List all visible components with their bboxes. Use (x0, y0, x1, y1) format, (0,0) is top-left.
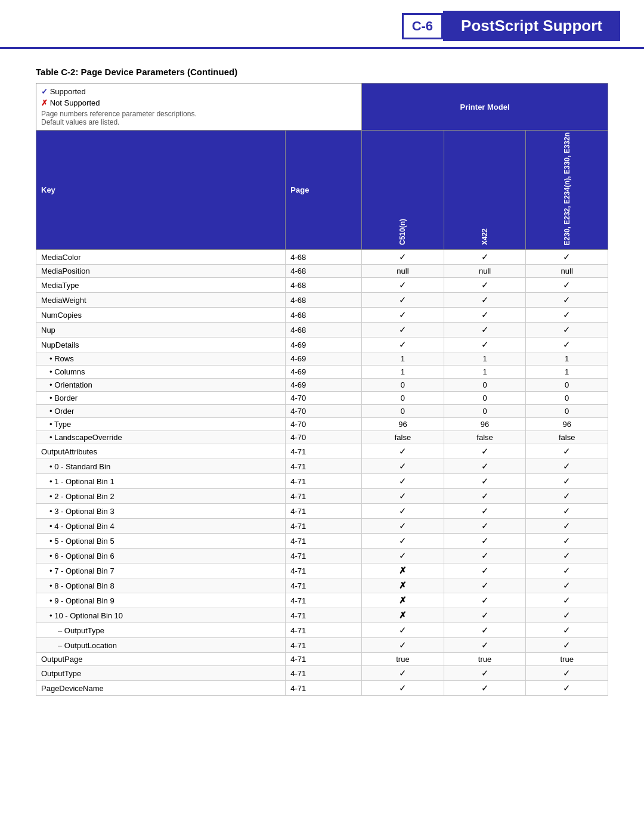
col-header-e230: E230, E232, E234(n), E330, E332n (526, 131, 608, 250)
row-value-x422: ✓ (444, 666, 526, 681)
row-value-c510n: ✓ (362, 681, 444, 696)
row-page: 4-71 (286, 534, 362, 549)
table-row: PageDeviceName4-71✓✓✓ (36, 681, 608, 696)
row-value-c510n: ✓ (362, 519, 444, 534)
row-value-e230: ✓ (526, 444, 608, 459)
table-row: • 7 - Optional Bin 74-71✗✓✓ (36, 563, 608, 578)
table-row: NupDetails4-69✓✓✓ (36, 337, 608, 352)
row-value-x422: ✓ (444, 308, 526, 323)
row-key: • 9 - Optional Bin 9 (36, 593, 286, 608)
row-value-x422: ✓ (444, 681, 526, 696)
row-value-e230: ✓ (526, 623, 608, 638)
table-row: NumCopies4-68✓✓✓ (36, 308, 608, 323)
row-value-e230: ✓ (526, 549, 608, 563)
row-value-e230: 0 (526, 392, 608, 405)
table-body: MediaColor4-68✓✓✓MediaPosition4-68nullnu… (36, 250, 608, 696)
row-page: 4-71 (286, 638, 362, 653)
row-value-x422: 1 (444, 352, 526, 366)
row-value-e230: false (526, 431, 608, 444)
table-row: OutputPage4-71truetruetrue (36, 653, 608, 666)
row-key: OutputPage (36, 653, 286, 666)
row-key: – OutputLocation (36, 638, 286, 653)
row-value-e230: ✓ (526, 293, 608, 308)
row-value-c510n: ✓ (362, 278, 444, 293)
row-key: OutputAttributes (36, 444, 286, 459)
row-page: 4-71 (286, 519, 362, 534)
row-value-e230: ✓ (526, 563, 608, 578)
legend-note1: Page numbers reference parameter descrip… (41, 110, 357, 118)
row-value-c510n: ✓ (362, 504, 444, 519)
row-value-c510n: ✓ (362, 293, 444, 308)
row-value-e230: ✓ (526, 638, 608, 653)
row-page: 4-71 (286, 623, 362, 638)
table-row: • Rows4-69111 (36, 352, 608, 366)
row-value-x422: ✓ (444, 578, 526, 593)
table-row: • Border4-70000 (36, 392, 608, 405)
row-page: 4-71 (286, 578, 362, 593)
col-header-key: Key (36, 131, 286, 250)
row-value-c510n: ✓ (362, 459, 444, 474)
row-page: 4-68 (286, 265, 362, 278)
row-value-c510n: 0 (362, 405, 444, 418)
row-value-c510n: ✗ (362, 608, 444, 623)
row-page: 4-69 (286, 337, 362, 352)
row-value-c510n: ✓ (362, 323, 444, 337)
chapter-badge: C-6 (402, 13, 443, 39)
row-value-x422: ✓ (444, 250, 526, 265)
row-value-e230: ✓ (526, 534, 608, 549)
table-row: • Type4-70969696 (36, 418, 608, 431)
row-key: • 7 - Optional Bin 7 (36, 563, 286, 578)
row-key: • Orientation (36, 379, 286, 392)
row-page: 4-70 (286, 405, 362, 418)
row-value-x422: ✓ (444, 638, 526, 653)
row-value-c510n: 1 (362, 352, 444, 366)
table-row: OutputAttributes4-71✓✓✓ (36, 444, 608, 459)
row-value-x422: ✓ (444, 623, 526, 638)
row-value-c510n: ✓ (362, 638, 444, 653)
column-headers-row: Key Page C510(n) X422 E230, E232, E234(n… (36, 131, 608, 250)
row-value-x422: ✓ (444, 534, 526, 549)
row-value-c510n: ✓ (362, 250, 444, 265)
row-key: MediaType (36, 278, 286, 293)
row-value-c510n: ✓ (362, 549, 444, 563)
page-content: Table C-2: Page Device Parameters (Conti… (0, 49, 644, 720)
table-row: • LandscapeOverride4-70falsefalsefalse (36, 431, 608, 444)
row-value-x422: ✓ (444, 504, 526, 519)
row-page: 4-71 (286, 681, 362, 696)
row-key: MediaWeight (36, 293, 286, 308)
row-value-c510n: ✗ (362, 593, 444, 608)
row-value-e230: true (526, 653, 608, 666)
row-value-e230: ✓ (526, 250, 608, 265)
row-value-x422: 0 (444, 392, 526, 405)
row-page: 4-68 (286, 293, 362, 308)
page-header: C-6 PostScript Support (0, 0, 644, 49)
row-page: 4-71 (286, 653, 362, 666)
row-key: • 10 - Optional Bin 10 (36, 608, 286, 623)
row-value-c510n: ✗ (362, 578, 444, 593)
row-page: 4-71 (286, 608, 362, 623)
row-value-x422: false (444, 431, 526, 444)
row-value-c510n: ✓ (362, 623, 444, 638)
table-row: • 1 - Optional Bin 14-71✓✓✓ (36, 474, 608, 489)
row-key: • 1 - Optional Bin 1 (36, 474, 286, 489)
row-value-c510n: ✓ (362, 489, 444, 504)
row-value-x422: ✓ (444, 444, 526, 459)
row-value-e230: ✓ (526, 666, 608, 681)
row-key: OutputType (36, 666, 286, 681)
row-page: 4-68 (286, 308, 362, 323)
row-value-e230: ✓ (526, 474, 608, 489)
row-value-e230: ✓ (526, 337, 608, 352)
legend-row: ✓ Supported ✗ Not Supported Page numbers… (36, 83, 608, 131)
row-value-e230: 0 (526, 405, 608, 418)
row-value-c510n: ✓ (362, 444, 444, 459)
table-row: MediaPosition4-68nullnullnull (36, 265, 608, 278)
row-value-x422: 0 (444, 405, 526, 418)
row-page: 4-70 (286, 431, 362, 444)
col-header-page: Page (286, 131, 362, 250)
row-key: • LandscapeOverride (36, 431, 286, 444)
row-value-c510n: ✓ (362, 474, 444, 489)
row-value-e230: ✓ (526, 593, 608, 608)
table-row: • Orientation4-69000 (36, 379, 608, 392)
table-row: • 10 - Optional Bin 104-71✗✓✓ (36, 608, 608, 623)
row-value-e230: ✓ (526, 323, 608, 337)
